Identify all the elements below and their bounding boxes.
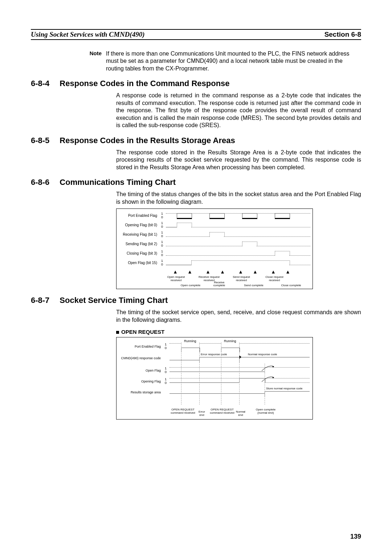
event-label: Normal end [234,410,247,417]
section-number: 6-8-4 [31,79,49,88]
page-header: Using Socket Services with CMND(490) Sec… [31,29,361,40]
running-label: Running [184,339,196,343]
signal-label: Results storage area [119,390,161,394]
section-title: Response Codes in the Command Response [60,79,229,88]
signal-label: CMND(490) response code [119,356,161,360]
event-label: OPEN REQUEST command received [170,408,196,415]
header-right: Section 6-8 [324,31,361,39]
note-label: Note [31,50,106,72]
response-code-label: Error response code [201,353,227,356]
event-label: Send complete [241,284,266,287]
signal-label: Open Flag (bit 15) [119,261,157,265]
signal-label: Port Enabled Flag [119,214,157,218]
signal-label: Opening Flag [119,380,161,383]
response-code-label: Normal response code [248,353,277,356]
event-label: OPEN REQUEST command received [209,408,235,415]
section-body: The timing of the socket service open, s… [116,309,361,324]
header-left: Using Socket Services with CMND(490) [31,31,145,39]
signal-label: Opening Flag (bit 0) [119,223,157,227]
signal-label: Port Enabled Flag [119,345,161,348]
event-label: Receive complete [210,281,228,288]
section-6-8-5: 6-8-5 Response Codes in the Results Stor… [31,136,361,171]
communications-timing-chart: Port Enabled Flag 10 [116,208,313,289]
section-title: Response Codes in the Results Storage Ar… [60,136,235,145]
note-block: Note If there is more than one Communica… [31,50,361,72]
event-label: Close request received [264,276,285,282]
section-title: Socket Service Timing Chart [60,296,168,305]
event-label: Open request received [166,276,186,282]
event-label: Send request received [231,276,252,282]
running-label: Running [224,339,236,343]
section-number: 6-8-6 [31,178,49,187]
section-title: Communications Timing Chart [60,178,176,187]
axis-hi: 1 [161,212,163,215]
square-bullet-icon [116,331,119,334]
section-6-8-7: 6-8-7 Socket Service Timing Chart The ti… [31,296,361,420]
signal-label: Sending Flag (bit 2) [119,242,157,246]
store-response-label: Store normal response code [266,387,303,390]
page-number: 139 [350,533,361,540]
event-label: Close complete [278,284,304,287]
section-body: The response code stored in the Results … [116,149,361,171]
note-body: If there is more than one Communications… [106,50,361,72]
event-label: Open complete [178,284,203,287]
event-label: Open complete (normal end) [253,408,278,415]
signal-label: Open Flag [119,369,161,372]
section-number: 6-8-5 [31,136,49,145]
section-number: 6-8-7 [31,296,49,305]
signal-label: Receiving Flag (bit 1) [119,232,157,236]
section-body: A response code is returned in the comma… [116,92,361,129]
open-request-heading: OPEN REQUEST [116,329,361,335]
section-6-8-4: 6-8-4 Response Codes in the Command Resp… [31,79,361,129]
curved-arrow-icon [261,375,275,382]
axis-lo: 0 [161,215,163,219]
open-request-timing-chart: Port Enabled Flag 10 Running Running CMN… [116,337,313,420]
event-label: Error end [196,410,207,417]
section-body: The timing of the status changes of the … [116,191,361,206]
signal-label: Closing Flag (bit 3) [119,251,157,255]
section-6-8-6: 6-8-6 Communications Timing Chart The ti… [31,178,361,289]
curved-arrow-icon [261,364,275,372]
